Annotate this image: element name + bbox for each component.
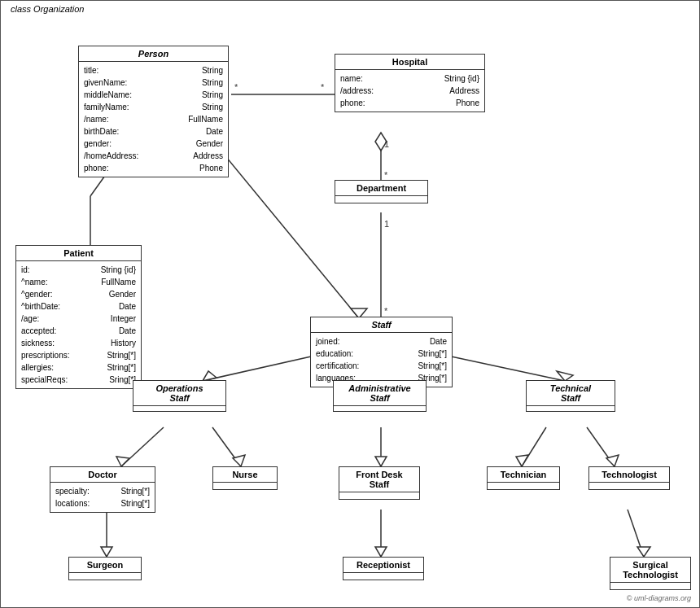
svg-line-15	[203, 355, 318, 381]
administrative-staff-title: AdministrativeStaff	[334, 381, 426, 406]
technologist-title: Technologist	[589, 467, 669, 483]
doctor-title: Doctor	[50, 467, 155, 483]
surgical-technologist-class: SurgicalTechnologist	[610, 557, 691, 590]
hospital-title: Hospital	[335, 55, 484, 70]
person-attributes: title:String givenName:String middleName…	[79, 62, 228, 177]
front-desk-staff-title: Front DeskStaff	[339, 467, 419, 492]
staff-class: Staff joined:Date education:String[*] ce…	[310, 317, 453, 387]
svg-marker-36	[637, 547, 650, 557]
svg-marker-26	[375, 457, 387, 466]
doctor-attributes: specialty:String[*] locations:String[*]	[50, 483, 155, 512]
technician-title: Technician	[488, 467, 559, 483]
staff-title: Staff	[311, 317, 452, 333]
svg-text:*: *	[384, 306, 388, 316]
patient-title: Patient	[16, 246, 141, 261]
hospital-class: Hospital name:String {id} /address:Addre…	[335, 54, 485, 112]
operations-staff-class: OperationsStaff	[133, 380, 226, 412]
department-title: Department	[335, 181, 427, 196]
department-body	[335, 196, 427, 203]
svg-line-19	[444, 355, 565, 381]
person-title: Person	[79, 46, 228, 62]
person-class: Person title:String givenName:String mid…	[78, 46, 229, 177]
patient-attributes: id:String {id} ^name:FullName ^gender:Ge…	[16, 261, 141, 388]
technical-staff-class: TechnicalStaff	[526, 380, 615, 412]
svg-marker-22	[116, 457, 129, 466]
surgical-technologist-title: SurgicalTechnologist	[610, 558, 690, 583]
technician-class: Technician	[487, 466, 560, 490]
svg-line-27	[522, 427, 546, 466]
surgeon-class: Surgeon	[68, 557, 142, 580]
copyright: © uml-diagrams.org	[627, 594, 691, 602]
operations-staff-title: OperationsStaff	[133, 381, 225, 406]
diagram-container: class Organization * * 1 * 1 *	[0, 0, 700, 608]
receptionist-class: Receptionist	[343, 557, 424, 580]
svg-text:1: 1	[384, 219, 389, 229]
front-desk-staff-class: Front DeskStaff	[339, 466, 420, 500]
svg-text:*: *	[384, 170, 388, 180]
department-class: Department	[335, 180, 428, 203]
svg-line-21	[121, 427, 164, 466]
staff-attributes: joined:Date education:String[*] certific…	[311, 333, 452, 387]
svg-marker-28	[516, 455, 528, 466]
svg-marker-34	[375, 547, 387, 557]
receptionist-title: Receptionist	[343, 558, 423, 573]
svg-text:*: *	[321, 82, 325, 92]
svg-marker-9	[375, 133, 387, 151]
diagram-title: class Organization	[7, 4, 88, 14]
administrative-staff-class: AdministrativeStaff	[333, 380, 427, 412]
svg-marker-32	[101, 547, 112, 557]
nurse-title: Nurse	[213, 467, 277, 483]
svg-text:*: *	[234, 82, 238, 92]
svg-marker-24	[233, 455, 245, 466]
technical-staff-title: TechnicalStaff	[527, 381, 615, 406]
surgeon-title: Surgeon	[69, 558, 141, 573]
svg-text:1: 1	[384, 139, 389, 149]
svg-line-29	[587, 427, 615, 466]
patient-class: Patient id:String {id} ^name:FullName ^g…	[15, 245, 142, 389]
doctor-class: Doctor specialty:String[*] locations:Str…	[50, 466, 155, 513]
nurse-class: Nurse	[212, 466, 278, 490]
svg-line-35	[628, 510, 644, 557]
svg-marker-30	[606, 455, 619, 466]
svg-line-23	[212, 427, 241, 466]
technologist-class: Technologist	[588, 466, 670, 490]
hospital-attributes: name:String {id} /address:Address phone:…	[335, 70, 484, 112]
